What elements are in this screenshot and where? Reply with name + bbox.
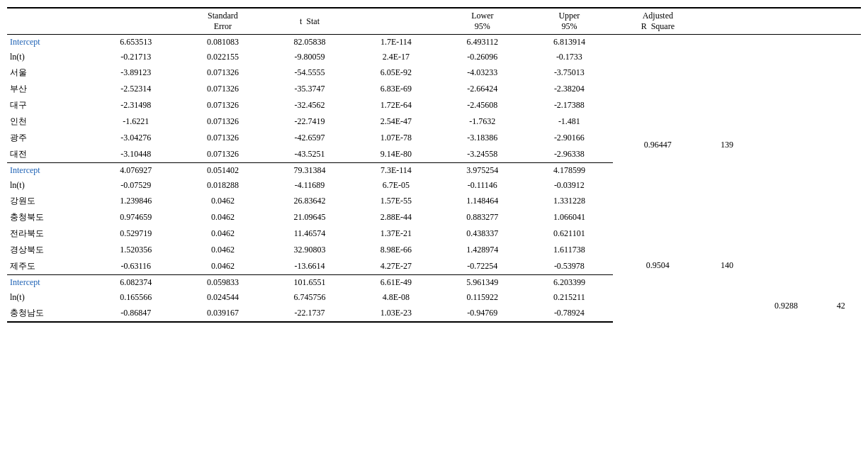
row-label: 전라북도 xyxy=(7,226,93,242)
header-adj-r-square: AdjustedR Square xyxy=(613,8,703,35)
cell-pval: 4.27E-27 xyxy=(353,258,439,275)
cell-upper: 1.066041 xyxy=(526,209,613,226)
cell-tstat: 79.31384 xyxy=(266,163,354,179)
regression-table-container: StandardError t Stat Lower95% Upper95% A… xyxy=(7,7,861,323)
row-label: Intercept xyxy=(7,163,93,179)
cell-coef: -0.21713 xyxy=(93,50,180,65)
header-p-value xyxy=(353,8,439,35)
cell-coef: 0.974659 xyxy=(93,209,180,226)
cell-se: 0.071326 xyxy=(179,130,266,146)
cell-pval: 1.03E-23 xyxy=(353,305,439,322)
cell-lower: 1.148464 xyxy=(439,193,526,209)
cell-se: 0.022155 xyxy=(179,50,266,65)
cell-coef: 1.239846 xyxy=(93,193,180,209)
cell-observations: 140 xyxy=(703,209,751,322)
row-label: 제주도 xyxy=(7,258,93,275)
cell-tstat: -22.7419 xyxy=(266,113,354,130)
cell-se: 0.071326 xyxy=(179,146,266,163)
cell-se: 0.071326 xyxy=(179,113,266,130)
cell-se: 0.051402 xyxy=(179,163,266,179)
header-standard-error: StandardError xyxy=(179,8,266,35)
cell-upper: -2.96338 xyxy=(526,146,613,163)
cell-tstat: -9.80059 xyxy=(266,50,354,65)
header-col-label xyxy=(7,8,93,35)
cell-coef: -3.04276 xyxy=(93,130,180,146)
row-label: ln(t) xyxy=(7,50,93,65)
cell-tstat: -22.1737 xyxy=(266,305,354,322)
cell-se: 0.0462 xyxy=(179,226,266,242)
cell-se: 0.0462 xyxy=(179,258,266,275)
cell-pval: 4.8E-08 xyxy=(353,290,439,305)
cell-se: 0.0462 xyxy=(179,209,266,226)
cell-se: 0.039167 xyxy=(179,305,266,322)
cell-upper: -0.1733 xyxy=(526,50,613,65)
header-lower-95: Lower95% xyxy=(439,8,526,35)
cell-tstat: -32.4562 xyxy=(266,97,354,113)
cell-lower: -2.66424 xyxy=(439,81,526,97)
row-label: Intercept xyxy=(7,35,93,50)
cell-pval: 1.07E-78 xyxy=(353,130,439,146)
cell-coef: 0.529719 xyxy=(93,226,180,242)
cell-lower: 0.883277 xyxy=(439,209,526,226)
cell-upper: -2.38204 xyxy=(526,81,613,97)
cell-se: 0.024544 xyxy=(179,290,266,305)
cell-pval: 9.14E-80 xyxy=(353,146,439,163)
cell-upper: 6.203399 xyxy=(526,275,613,291)
row-label: ln(t) xyxy=(7,290,93,305)
cell-lower: -3.24558 xyxy=(439,146,526,163)
cell-tstat: -54.5555 xyxy=(266,65,354,81)
cell-r-square: 0.9288 xyxy=(751,290,821,322)
cell-tstat: -43.5251 xyxy=(266,146,354,163)
cell-pval: 2.88E-44 xyxy=(353,209,439,226)
cell-se: 0.059833 xyxy=(179,275,266,291)
cell-pval: 1.72E-64 xyxy=(353,97,439,113)
row-label: 강원도 xyxy=(7,193,93,209)
cell-upper: -0.78924 xyxy=(526,305,613,322)
cell-tstat: 26.83642 xyxy=(266,193,354,209)
row-label: 서울 xyxy=(7,65,93,81)
cell-se: 0.0462 xyxy=(179,193,266,209)
cell-coef: 0.165566 xyxy=(93,290,180,305)
cell-pval: 8.98E-66 xyxy=(353,242,439,258)
header-upper-95: Upper95% xyxy=(526,8,613,35)
cell-lower: -3.18386 xyxy=(439,130,526,146)
cell-tstat: 11.46574 xyxy=(266,226,354,242)
cell-lower: -4.03233 xyxy=(439,65,526,81)
cell-lower: 1.428974 xyxy=(439,242,526,258)
cell-se: 0.071326 xyxy=(179,81,266,97)
cell-coef: -1.6221 xyxy=(93,113,180,130)
cell-tstat: 6.745756 xyxy=(266,290,354,305)
cell-lower: -0.94769 xyxy=(439,305,526,322)
cell-lower: 5.961349 xyxy=(439,275,526,291)
cell-coef: -0.63116 xyxy=(93,258,180,275)
cell-tstat: 82.05838 xyxy=(266,35,354,50)
cell-pval: 1.37E-21 xyxy=(353,226,439,242)
cell-r-square: 0.9504 xyxy=(613,209,703,322)
cell-upper: -0.53978 xyxy=(526,258,613,275)
cell-upper: 1.331228 xyxy=(526,193,613,209)
cell-observations: 42 xyxy=(821,290,861,322)
cell-se: 0.071326 xyxy=(179,65,266,81)
cell-coef: 1.520356 xyxy=(93,242,180,258)
row-label: 부산 xyxy=(7,81,93,97)
cell-tstat: -42.6597 xyxy=(266,130,354,146)
cell-upper: 1.611738 xyxy=(526,242,613,258)
cell-tstat: -4.11689 xyxy=(266,178,354,193)
cell-lower: -1.7632 xyxy=(439,113,526,130)
cell-lower: -0.72254 xyxy=(439,258,526,275)
cell-pval: 1.7E-114 xyxy=(353,35,439,50)
table-row: 부산-2.523140.071326-35.37476.83E-69-2.664… xyxy=(7,81,861,97)
cell-lower: -0.26096 xyxy=(439,50,526,65)
header-coefficients xyxy=(93,8,180,35)
cell-upper: -2.17388 xyxy=(526,97,613,113)
cell-r-square: 0.96447 xyxy=(613,81,703,209)
cell-pval: 6.83E-69 xyxy=(353,81,439,97)
row-label: ln(t) xyxy=(7,178,93,193)
cell-lower: -2.45608 xyxy=(439,97,526,113)
cell-pval: 2.4E-17 xyxy=(353,50,439,65)
table-row: 충청북도0.9746590.046221.096452.88E-440.8832… xyxy=(7,209,861,226)
cell-upper: -0.03912 xyxy=(526,178,613,193)
table-header-row: StandardError t Stat Lower95% Upper95% A… xyxy=(7,8,861,35)
cell-lower: 0.115922 xyxy=(439,290,526,305)
cell-se: 0.071326 xyxy=(179,97,266,113)
